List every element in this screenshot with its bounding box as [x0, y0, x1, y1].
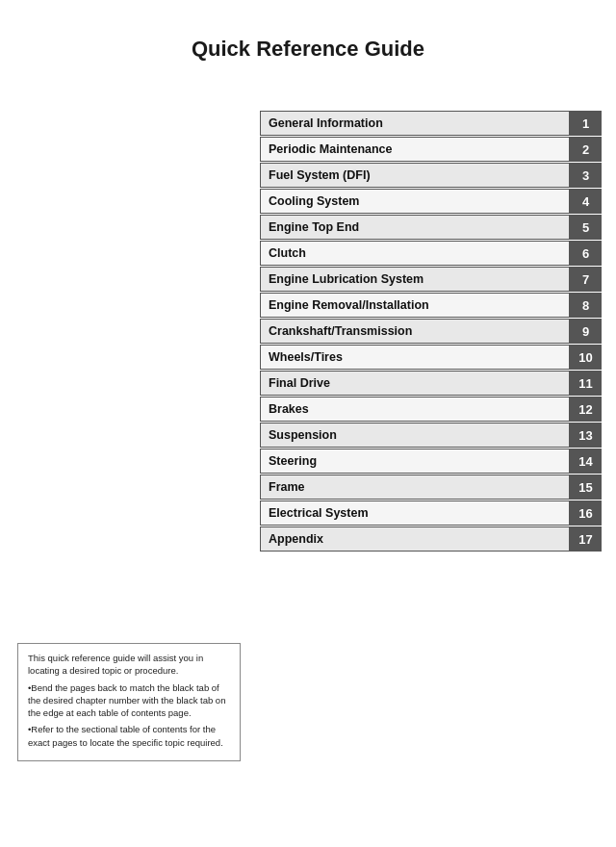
toc-number: 15 — [569, 475, 602, 499]
toc-label: Engine Removal/Installation — [261, 294, 569, 317]
title-section: Quick Reference Guide — [0, 0, 616, 81]
toc-number: 3 — [569, 164, 602, 187]
toc-label: Suspension — [261, 424, 569, 447]
toc-label: Clutch — [261, 242, 569, 265]
toc-label: Steering — [261, 449, 569, 473]
toc-number: 14 — [569, 449, 602, 473]
toc-label: Brakes — [261, 398, 569, 421]
toc-row[interactable]: Engine Removal/Installation8 — [260, 293, 602, 318]
toc-number: 12 — [569, 398, 602, 421]
toc-number: 8 — [569, 294, 602, 317]
toc-number: 9 — [569, 320, 602, 343]
toc-number: 17 — [569, 527, 602, 551]
toc-label: Appendix — [261, 527, 569, 551]
toc-row[interactable]: Steering14 — [260, 449, 602, 474]
toc-container: General Information1Periodic Maintenance… — [260, 111, 602, 552]
toc-number: 7 — [569, 268, 602, 291]
toc-row[interactable]: Final Drive11 — [260, 371, 602, 396]
toc-row[interactable]: Suspension13 — [260, 423, 602, 448]
toc-number: 4 — [569, 190, 602, 213]
toc-row[interactable]: Electrical System16 — [260, 500, 602, 526]
toc-row[interactable]: Cooling System4 — [260, 189, 602, 214]
toc-number: 1 — [569, 112, 602, 135]
note-box: This quick reference guide will assist y… — [17, 643, 241, 761]
toc-row[interactable]: Appendix17 — [260, 526, 602, 552]
toc-number: 11 — [569, 372, 602, 395]
toc-label: Periodic Maintenance — [261, 138, 569, 161]
toc-row[interactable]: Clutch6 — [260, 241, 602, 266]
toc-row[interactable]: Brakes12 — [260, 397, 602, 422]
toc-row[interactable]: Fuel System (DFI)3 — [260, 163, 602, 188]
toc-label: Final Drive — [261, 372, 569, 395]
note-bullet2: •Refer to the sectional table of content… — [28, 723, 230, 749]
toc-label: Crankshaft/Transmission — [261, 320, 569, 343]
toc-row[interactable]: Engine Lubrication System7 — [260, 267, 602, 292]
toc-row[interactable]: Wheels/Tires10 — [260, 345, 602, 370]
toc-number: 10 — [569, 346, 602, 369]
toc-number: 13 — [569, 424, 602, 447]
toc-row[interactable]: Crankshaft/Transmission9 — [260, 319, 602, 344]
page-title: Quick Reference Guide — [0, 37, 616, 62]
toc-number: 6 — [569, 242, 602, 265]
toc-number: 2 — [569, 138, 602, 161]
toc-label: Engine Lubrication System — [261, 268, 569, 291]
toc-label: Fuel System (DFI) — [261, 164, 569, 187]
note-bullet1: •Bend the pages back to match the black … — [28, 681, 230, 720]
toc-label: Engine Top End — [261, 216, 569, 239]
toc-row[interactable]: General Information1 — [260, 111, 602, 136]
toc-row[interactable]: Frame15 — [260, 475, 602, 500]
toc-row[interactable]: Periodic Maintenance2 — [260, 137, 602, 162]
page-container: Quick Reference Guide General Informatio… — [0, 0, 616, 847]
toc-label: Electrical System — [261, 501, 569, 525]
note-intro: This quick reference guide will assist y… — [28, 652, 230, 678]
toc-label: General Information — [261, 112, 569, 135]
toc-label: Cooling System — [261, 190, 569, 213]
toc-number: 16 — [569, 501, 602, 525]
toc-label: Wheels/Tires — [261, 346, 569, 369]
toc-number: 5 — [569, 216, 602, 239]
toc-label: Frame — [261, 475, 569, 499]
toc-row[interactable]: Engine Top End5 — [260, 215, 602, 240]
